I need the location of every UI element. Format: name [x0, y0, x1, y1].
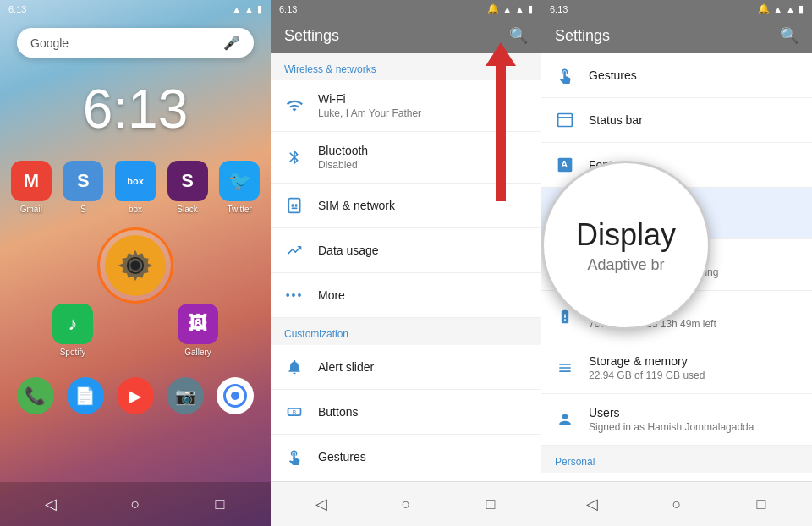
- back-button[interactable]: ◁: [37, 490, 64, 518]
- settings-toolbar-2: Settings 🔍: [541, 18, 812, 53]
- more-item-icon: •••: [284, 285, 304, 305]
- settings-search-icon-2[interactable]: 🔍: [780, 26, 798, 45]
- s-label: S: [80, 205, 86, 214]
- settings-notification-icon-2: 🔔: [758, 3, 770, 14]
- gestures-title-1: Gestures: [318, 450, 528, 463]
- gmail-label: Gmail: [20, 205, 42, 214]
- gestures-title-2: Gestures: [589, 68, 798, 82]
- gestures-item-2[interactable]: Gestures: [541, 53, 812, 98]
- settings-signal-icon: ▲: [502, 4, 512, 14]
- settings-battery-icon-2: ▮: [798, 3, 804, 14]
- svg-text:A: A: [561, 159, 568, 169]
- settings-nav-1: ◁ ○ □: [271, 481, 541, 526]
- arrow-head: [486, 42, 516, 66]
- storage-item[interactable]: Storage & memory 22.94 GB of 119 GB used: [541, 342, 812, 394]
- buttons-item-text: Buttons: [318, 405, 528, 419]
- settings-wifi-icon-2: ▲: [786, 4, 795, 14]
- google-text: Google: [30, 36, 223, 50]
- data-usage-item[interactable]: Data usage: [271, 228, 541, 273]
- gestures-item-1[interactable]: Gestures: [271, 435, 541, 479]
- svg-rect-3: [288, 199, 299, 213]
- status-bar-text-2: Status bar: [589, 113, 798, 127]
- home-status-bar: 6:13 ▲ ▲ ▮: [0, 0, 271, 18]
- slack-app[interactable]: S Slack: [167, 161, 208, 214]
- spotify-app[interactable]: ♪ Spotify: [52, 304, 93, 357]
- s-icon: S: [63, 161, 103, 201]
- scroll-up-arrow: [486, 42, 516, 201]
- chrome-app[interactable]: [217, 377, 254, 414]
- settings-nav-2: ◁ ○ □: [541, 481, 812, 526]
- home-button[interactable]: ○: [122, 490, 149, 518]
- gallery-app[interactable]: 🖼 Gallery: [178, 304, 218, 357]
- data-usage-icon: [284, 240, 304, 260]
- s-app[interactable]: S S: [63, 161, 103, 214]
- home-status-icons: ▲ ▲ ▮: [232, 3, 262, 14]
- gallery-icon: 🖼: [178, 304, 218, 344]
- settings-status-bar-1: 6:13 🔔 ▲ ▲ ▮: [271, 0, 541, 18]
- buttons-item[interactable]: B Buttons: [271, 390, 541, 435]
- settings-title-2: Settings: [555, 27, 610, 45]
- twitter-app[interactable]: 🐦 Twitter: [219, 161, 260, 214]
- settings-home-2[interactable]: ○: [663, 490, 690, 518]
- alert-slider-item[interactable]: Alert slider: [271, 345, 541, 390]
- settings-time-2: 6:13: [550, 4, 568, 14]
- settings-status-bar-2: 6:13 🔔 ▲ ▲ ▮: [541, 0, 812, 18]
- app-grid-row2: ♪ Spotify 🖼 Gallery: [0, 304, 271, 364]
- home-clock: 6:13: [0, 78, 271, 140]
- gestures-text-2: Gestures: [589, 68, 798, 82]
- settings-back-1[interactable]: ◁: [308, 490, 335, 518]
- status-bar-item-2[interactable]: Status bar: [541, 98, 812, 143]
- settings-home-1[interactable]: ○: [392, 490, 420, 518]
- sim-item-icon: [284, 195, 304, 216]
- docs-app[interactable]: 📄: [67, 377, 104, 414]
- storage-text: Storage & memory 22.94 GB of 119 GB used: [589, 354, 798, 381]
- settings-signal-icon-2: ▲: [773, 4, 782, 14]
- box-app[interactable]: box box: [115, 161, 156, 214]
- users-item[interactable]: Users Signed in as Hamish Jommalagadda: [541, 394, 812, 446]
- search-bar[interactable]: Google 🎤: [17, 28, 254, 58]
- users-title: Users: [589, 406, 798, 419]
- battery-icon: ▮: [257, 3, 262, 14]
- buttons-item-icon: B: [284, 402, 304, 422]
- data-usage-text: Data usage: [318, 244, 528, 257]
- storage-subtitle: 22.94 GB of 119 GB used: [589, 370, 798, 381]
- gmail-app[interactable]: M Gmail: [11, 161, 52, 214]
- settings-app-circle[interactable]: [0, 227, 271, 304]
- users-subtitle: Signed in as Hamish Jommalagadda: [589, 421, 798, 433]
- wifi-icon: ▲: [244, 4, 254, 14]
- signal-icon: ▲: [232, 4, 241, 14]
- phone-app[interactable]: 📞: [17, 377, 54, 414]
- users-icon: [555, 409, 575, 430]
- video-app[interactable]: ▶: [117, 377, 154, 414]
- svg-rect-5: [295, 204, 298, 206]
- box-label: box: [129, 205, 142, 214]
- twitter-icon: 🐦: [219, 161, 260, 201]
- mic-icon[interactable]: 🎤: [223, 35, 240, 51]
- settings-title-1: Settings: [284, 27, 339, 45]
- settings-wifi-icon: ▲: [515, 4, 524, 14]
- buttons-title: Buttons: [318, 405, 528, 419]
- more-item[interactable]: ••• More: [271, 273, 541, 318]
- settings-back-2[interactable]: ◁: [579, 490, 606, 518]
- settings-battery-icon-1: ▮: [528, 3, 533, 14]
- svg-text:B: B: [293, 409, 297, 415]
- settings-status-icons-1: 🔔 ▲ ▲ ▮: [487, 3, 533, 14]
- app-grid-row1: M Gmail S S box box S Slack 🐦 Twitter: [0, 140, 271, 221]
- box-icon: box: [115, 161, 156, 201]
- home-time: 6:13: [8, 4, 26, 14]
- home-nav-bar: ◁ ○ □: [0, 482, 271, 526]
- more-item-text: More: [318, 288, 528, 302]
- recents-button[interactable]: □: [206, 490, 233, 518]
- magnifier-circle: Display Adaptive br: [541, 161, 710, 330]
- section-customization: Customization: [271, 318, 541, 345]
- bluetooth-item-icon: [284, 147, 304, 167]
- settings-recents-2[interactable]: □: [748, 490, 775, 518]
- storage-title: Storage & memory: [589, 354, 798, 368]
- svg-rect-4: [292, 204, 294, 206]
- svg-rect-11: [558, 114, 573, 127]
- settings-recents-1[interactable]: □: [477, 490, 504, 518]
- settings-notification-icon: 🔔: [487, 3, 499, 14]
- app-dock: 📞 📄 ▶ 📷: [0, 370, 271, 421]
- camera-app[interactable]: 📷: [167, 377, 204, 414]
- storage-icon: [555, 358, 575, 378]
